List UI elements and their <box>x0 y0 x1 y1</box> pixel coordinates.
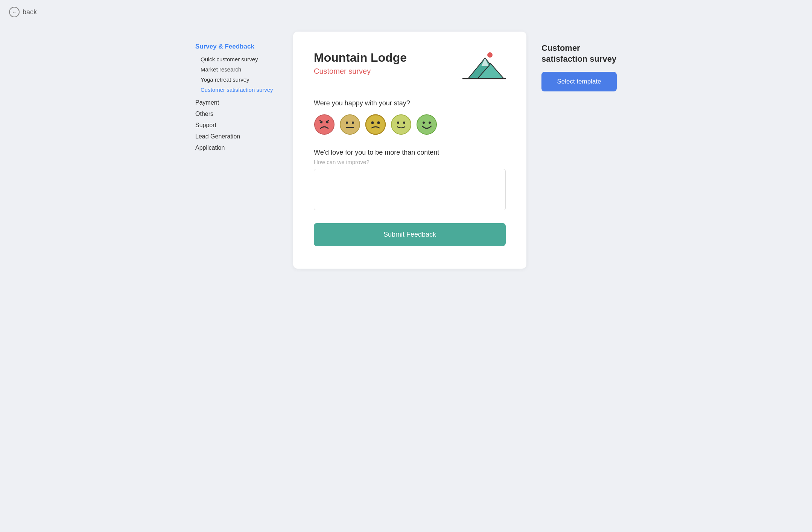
emoji-happy[interactable] <box>416 114 437 135</box>
question-1-label: Were you happy with your stay? <box>314 99 506 107</box>
card-header: Mountain Lodge Customer survey <box>314 50 506 84</box>
sidebar-item-yoga-retreat-survey[interactable]: Yoga retreat survey <box>195 74 278 85</box>
mountain-illustration <box>457 50 506 84</box>
svg-point-13 <box>371 122 374 124</box>
svg-point-17 <box>403 122 405 124</box>
sidebar-item-quick-customer-survey[interactable]: Quick customer survey <box>195 54 278 64</box>
sidebar-item-payment[interactable]: Payment <box>195 97 278 108</box>
sidebar: Survey & Feedback Quick customer survey … <box>195 32 278 154</box>
preview-card: Mountain Lodge Customer survey Were you … <box>293 32 526 269</box>
emoji-unhappy[interactable] <box>339 114 360 135</box>
sidebar-item-support[interactable]: Support <box>195 120 278 131</box>
feedback-placeholder-text: How can we improve? <box>314 159 506 165</box>
card-subtitle: Customer survey <box>314 67 407 76</box>
card-header-text: Mountain Lodge Customer survey <box>314 50 407 76</box>
template-title: Customer satisfaction survey <box>541 43 617 64</box>
emoji-slightly-happy[interactable] <box>391 114 412 135</box>
sidebar-category-survey-feedback[interactable]: Survey & Feedback <box>195 43 278 50</box>
svg-point-18 <box>417 115 436 134</box>
svg-point-5 <box>315 115 334 134</box>
submit-feedback-button[interactable]: Submit Feedback <box>314 223 506 246</box>
svg-point-19 <box>423 122 425 124</box>
sidebar-item-market-research[interactable]: Market research <box>195 64 278 74</box>
right-panel: Customer satisfaction survey Select temp… <box>541 32 617 91</box>
svg-point-16 <box>397 122 399 124</box>
question-2-label: We'd love for you to be more than conten… <box>314 149 506 157</box>
svg-point-15 <box>391 115 411 134</box>
back-button[interactable]: ← back <box>0 0 46 24</box>
back-label: back <box>23 8 37 16</box>
sidebar-group-survey: Survey & Feedback Quick customer survey … <box>195 43 278 95</box>
emoji-very-unhappy[interactable] <box>314 114 335 135</box>
emoji-row <box>314 114 506 135</box>
svg-point-10 <box>352 122 354 124</box>
back-arrow-icon: ← <box>9 7 20 17</box>
main-layout: Survey & Feedback Quick customer survey … <box>0 24 812 291</box>
sidebar-item-customer-satisfaction-survey[interactable]: Customer satisfaction survey <box>195 85 278 95</box>
svg-point-8 <box>340 115 360 134</box>
select-template-button[interactable]: Select template <box>541 72 617 91</box>
sidebar-item-lead-generation[interactable]: Lead Generation <box>195 131 278 142</box>
sidebar-item-others[interactable]: Others <box>195 108 278 120</box>
svg-point-12 <box>366 115 385 134</box>
svg-point-20 <box>429 122 431 124</box>
svg-point-0 <box>487 52 493 58</box>
svg-point-9 <box>346 122 348 124</box>
card-title: Mountain Lodge <box>314 50 407 65</box>
emoji-neutral[interactable] <box>365 114 386 135</box>
feedback-textarea[interactable] <box>314 169 506 210</box>
svg-point-14 <box>377 122 380 124</box>
sidebar-item-application[interactable]: Application <box>195 142 278 154</box>
